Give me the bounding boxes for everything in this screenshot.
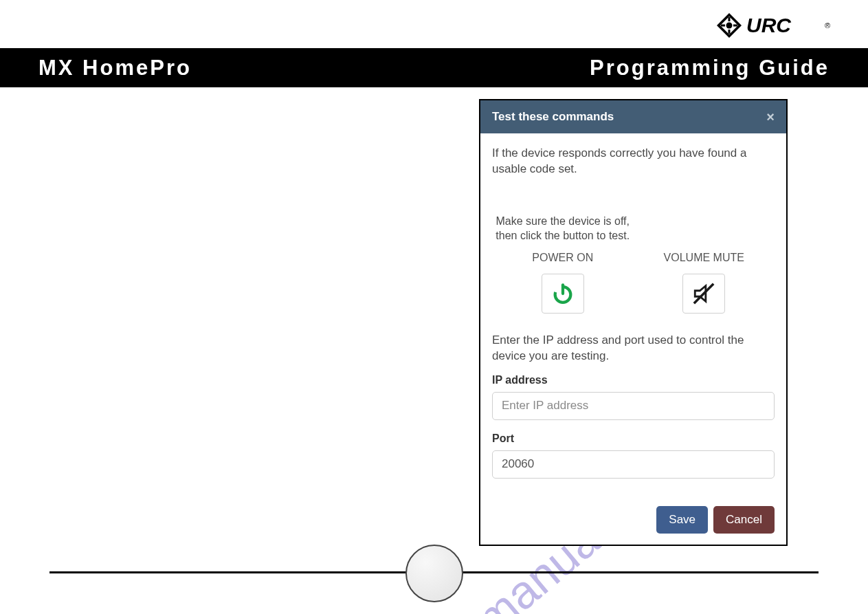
ip-prompt-text: Enter the IP address and port used to co…: [492, 333, 775, 364]
ip-address-input[interactable]: [492, 392, 775, 420]
port-label: Port: [492, 432, 775, 445]
dialog-footer: Save Cancel: [480, 491, 786, 545]
power-hint-text: Make sure the device is off, then click …: [492, 198, 634, 243]
port-input[interactable]: [492, 450, 775, 479]
test-commands-dialog: Test these commands × If the device resp…: [479, 99, 788, 546]
volume-mute-label: VOLUME MUTE: [634, 252, 775, 264]
page-number-circle: [405, 545, 463, 602]
power-on-column: Make sure the device is off, then click …: [492, 198, 634, 314]
power-on-button[interactable]: [542, 274, 584, 314]
ip-address-label: IP address: [492, 374, 775, 386]
power-on-label: POWER ON: [492, 252, 634, 264]
save-button[interactable]: Save: [656, 506, 708, 534]
dialog-title: Test these commands: [492, 110, 614, 124]
dialog-body: If the device responds correctly you hav…: [480, 133, 786, 491]
dialog-header: Test these commands ×: [480, 100, 786, 133]
close-icon[interactable]: ×: [766, 110, 775, 124]
mute-icon: [692, 282, 715, 305]
volume-mute-column: VOLUME MUTE: [634, 198, 775, 314]
power-icon: [551, 282, 575, 305]
command-row: Make sure the device is off, then click …: [492, 198, 775, 314]
power-hint-text-span: Make sure the device is off, then click …: [492, 214, 634, 243]
cancel-button[interactable]: Cancel: [713, 506, 775, 534]
mute-hint-spacer: [634, 198, 775, 243]
dialog-intro-text: If the device responds correctly you hav…: [492, 146, 775, 177]
volume-mute-button[interactable]: [682, 274, 725, 314]
